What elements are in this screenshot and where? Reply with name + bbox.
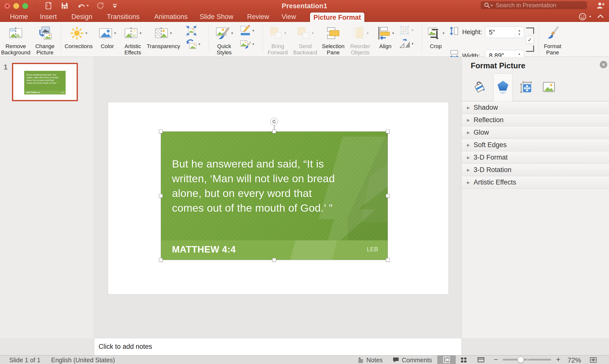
resize-handle-top-center[interactable]: [272, 130, 276, 133]
stepper-up-icon[interactable]: ▲: [518, 29, 521, 32]
send-backward-icon: [297, 26, 310, 40]
rotation-handle[interactable]: [270, 118, 278, 125]
resize-handle-middle-left[interactable]: [159, 194, 163, 198]
tab-design[interactable]: Design: [71, 13, 92, 21]
resize-handle-bottom-center[interactable]: [272, 258, 276, 262]
section-shadow[interactable]: ▶Shadow: [461, 101, 609, 114]
height-field[interactable]: 5" ▲ ▼: [485, 26, 524, 38]
dropdown-arrow-icon: ▾: [252, 28, 254, 33]
undo-button[interactable]: [77, 1, 89, 10]
crop-button[interactable]: ▾ Crop: [424, 24, 448, 49]
notes-area[interactable]: Click to add notes: [95, 338, 461, 355]
tab-animations[interactable]: Animations: [154, 13, 188, 21]
height-stepper[interactable]: ▲ ▼: [515, 27, 524, 38]
color-button[interactable]: ▾ Color: [95, 24, 119, 49]
new-presentation-button[interactable]: [45, 1, 53, 10]
color-label: Color: [95, 43, 119, 49]
picture-effects-button[interactable]: ▾: [240, 38, 254, 50]
resize-handle-bottom-right[interactable]: [386, 258, 390, 262]
lock-aspect-ratio-checkbox[interactable]: ✓: [526, 36, 534, 44]
fill-line-tab[interactable]: [471, 78, 488, 96]
normal-view-icon: [443, 356, 450, 363]
panel-close-button[interactable]: ✕: [600, 61, 607, 68]
tab-slide-show[interactable]: Slide Show: [200, 13, 233, 21]
divider: [36, 1, 36, 10]
group-objects-icon: [399, 24, 410, 36]
zoom-level[interactable]: 72%: [568, 357, 581, 364]
picture-effects-icon: [240, 38, 251, 50]
rotate-objects-button[interactable]: ▾: [399, 38, 414, 49]
height-label: Height:: [462, 28, 482, 36]
dropdown-arrow-icon: ▾: [252, 42, 254, 46]
tab-insert[interactable]: Insert: [40, 13, 57, 21]
share-add-person-button[interactable]: [596, 1, 605, 11]
tab-picture-format[interactable]: Picture Format: [309, 12, 365, 22]
quick-styles-button[interactable]: ▾ Quick Styles: [211, 24, 237, 56]
section-glow[interactable]: ▶Glow: [461, 126, 609, 139]
resize-handle-top-right[interactable]: [386, 130, 390, 133]
section-artistic-effects[interactable]: ▶Artistic Effects: [461, 176, 609, 189]
artistic-effects-button[interactable]: ▾ Artistic Effects: [120, 24, 146, 56]
minimize-window-button[interactable]: [13, 3, 19, 9]
comments-toggle[interactable]: Comments: [402, 357, 432, 364]
corrections-button[interactable]: ▾ Corrections: [63, 24, 94, 49]
size-properties-tab[interactable]: [517, 78, 535, 96]
picture-tab[interactable]: [540, 78, 558, 96]
reset-picture-button[interactable]: ▾: [186, 38, 200, 50]
collapse-ribbon-button[interactable]: [597, 13, 604, 20]
redo-icon: [96, 1, 105, 10]
change-picture-button[interactable]: Change Picture: [31, 24, 58, 56]
align-button[interactable]: ▾ Align: [373, 24, 397, 49]
comments-icon: [392, 357, 399, 363]
stepper-up-icon[interactable]: ▲: [518, 52, 521, 55]
slide-show-view-button[interactable]: [477, 357, 485, 364]
zoom-slider-knob[interactable]: [517, 357, 524, 363]
zoom-window-button[interactable]: [22, 3, 28, 9]
customize-quick-access-button[interactable]: [112, 1, 118, 10]
search-input[interactable]: Search in Presentation: [481, 1, 587, 9]
zoom-in-button[interactable]: +: [556, 355, 561, 364]
notes-toggle[interactable]: Notes: [366, 357, 383, 364]
selected-picture[interactable]: But he answered and said, “It is written…: [161, 132, 388, 260]
color-icon: [99, 26, 113, 40]
tab-home[interactable]: Home: [10, 13, 28, 21]
verse-text: But he answered and said, “It is written…: [172, 157, 335, 215]
picture-border-button[interactable]: ▾: [240, 25, 254, 36]
selection-pane-button[interactable]: Selection Pane: [319, 24, 347, 56]
transparency-icon: [154, 26, 168, 40]
dropdown-arrow-icon: ▾: [170, 31, 172, 35]
zoom-out-button[interactable]: −: [494, 355, 498, 364]
save-button[interactable]: [61, 1, 69, 10]
section-reflection[interactable]: ▶Reflection: [461, 114, 609, 126]
resize-handle-bottom-left[interactable]: [159, 258, 163, 262]
language-indicator[interactable]: English (United States): [51, 357, 115, 364]
dropdown-arrow-icon: ▾: [231, 31, 233, 35]
section-3d-format[interactable]: ▶3-D Format: [461, 151, 609, 164]
slide-thumbnail[interactable]: But he answered and said, “It is written…: [12, 63, 78, 101]
format-pane-label: Format Pane: [541, 43, 564, 56]
tab-transitions[interactable]: Transitions: [107, 13, 140, 21]
fit-slide-to-window-button[interactable]: [590, 357, 597, 364]
change-picture-icon: [38, 26, 52, 40]
rotate-icon: [399, 38, 410, 49]
picture-content: But he answered and said, “It is written…: [161, 132, 388, 260]
tab-review[interactable]: Review: [247, 13, 269, 21]
compress-pictures-button[interactable]: [186, 25, 197, 36]
transparency-button[interactable]: ▾ Transparency: [147, 24, 180, 49]
slide-sorter-view-button[interactable]: [460, 357, 467, 364]
close-window-button[interactable]: [4, 3, 10, 9]
height-value[interactable]: 5": [485, 28, 515, 36]
group-divider: [263, 25, 263, 53]
resize-handle-top-left[interactable]: [159, 130, 163, 133]
section-3d-rotation[interactable]: ▶3-D Rotation: [461, 164, 609, 176]
normal-view-button[interactable]: [437, 356, 456, 364]
effects-tab[interactable]: [494, 78, 512, 96]
redo-button[interactable]: [96, 1, 105, 10]
tab-view[interactable]: View: [282, 13, 296, 21]
section-soft-edges[interactable]: ▶Soft Edges: [461, 139, 609, 151]
stepper-down-icon[interactable]: ▼: [518, 33, 521, 36]
format-pane-button[interactable]: Format Pane: [541, 24, 564, 56]
resize-handle-middle-right[interactable]: [386, 194, 390, 198]
remove-background-button[interactable]: Remove Background: [1, 24, 30, 56]
feedback-smiley-button[interactable]: [579, 13, 592, 21]
